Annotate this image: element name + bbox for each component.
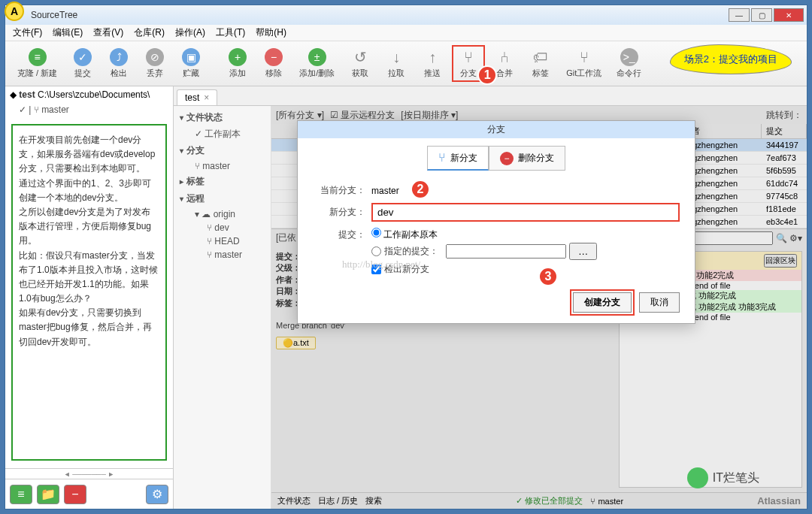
wechat-credit: IT烂笔头 — [687, 467, 759, 488]
sidebar-remote-master[interactable]: ⑂ master — [174, 248, 271, 262]
close-button[interactable]: ✕ — [774, 8, 804, 22]
cli-icon: >_ — [620, 48, 638, 66]
clone-button[interactable]: ≡克隆 / 新建 — [11, 47, 63, 80]
gitflow-icon: ⑂ — [575, 48, 593, 66]
remove-button[interactable]: −移除 — [257, 47, 290, 80]
delete-icon: − — [500, 152, 514, 165]
step-1-badge: 1 — [477, 65, 497, 85]
instructions-text: 在开发项目前先创建一个dev分支，如果服务器端有dev或develop分支，只需… — [19, 135, 158, 347]
close-tab-icon[interactable]: × — [204, 92, 209, 103]
stash-button[interactable]: ▣贮藏 — [174, 47, 208, 80]
add-repo-button[interactable]: ≡ — [10, 485, 32, 504]
repo-actions: ≡ 📁 − ⚙ — [5, 479, 173, 509]
menubar: 文件(F) 编辑(E) 查看(V) 仓库(R) 操作(A) 工具(T) 帮助(H… — [5, 25, 807, 41]
commit-button[interactable]: ✓提交 — [66, 47, 99, 80]
clone-icon: ≡ — [29, 48, 47, 66]
new-branch-input[interactable] — [371, 203, 680, 222]
sidebar-filestatus[interactable]: 文件状态 — [174, 109, 271, 126]
commit-label: 提交： — [313, 228, 365, 241]
remove-repo-button[interactable]: − — [64, 485, 86, 504]
menu-edit[interactable]: 编辑(E) — [53, 26, 83, 39]
commit-icon: ✓ — [74, 48, 92, 66]
add-button[interactable]: +添加 — [221, 47, 254, 80]
menu-repo[interactable]: 仓库(R) — [134, 26, 165, 39]
tabbar: test× — [174, 86, 807, 106]
sidebar-master[interactable]: ⑂ master — [174, 159, 271, 173]
specified-commit-input[interactable] — [446, 244, 566, 259]
addremove-icon: ± — [308, 48, 326, 66]
titlebar: SourceTree — ▢ ✕ — [5, 5, 807, 25]
gitflow-button[interactable]: ⑂Git工作流 — [560, 47, 607, 80]
sidebar-branches[interactable]: 分支 — [174, 142, 271, 159]
radio-workingcopy[interactable] — [371, 228, 381, 237]
sidebar-origin[interactable]: ▾ ☁ origin — [174, 207, 271, 221]
browse-commit-button[interactable]: … — [569, 243, 597, 260]
discard-button[interactable]: ⊘丢弃 — [138, 47, 171, 80]
a-badge: A — [5, 2, 24, 21]
branch-icon: ⑂ — [459, 48, 477, 66]
wechat-icon — [687, 467, 708, 488]
sidebar: 文件状态 ✓ 工作副本 分支 ⑂ master 标签 远程 ▾ ☁ origin… — [174, 106, 271, 509]
branch-icon: ⑂ — [438, 151, 446, 165]
sidebar-tags[interactable]: 标签 — [174, 173, 271, 190]
new-branch-label: 新分支： — [313, 206, 365, 219]
repo-branch[interactable]: ✓ | ⑂ master — [5, 103, 173, 116]
checkout-icon: ⤴ — [110, 48, 128, 66]
watermark: http://blog.csdn.net/ — [342, 259, 420, 271]
cancel-button[interactable]: 取消 — [639, 292, 680, 313]
menu-tools[interactable]: 工具(T) — [216, 26, 245, 39]
repo-panel: ◆ test C:\Users\zcube\Documents\ ✓ | ⑂ m… — [5, 86, 174, 509]
cli-button[interactable]: >_命令行 — [611, 47, 647, 80]
sidebar-head[interactable]: ⑂ HEAD — [174, 234, 271, 248]
radio-specified[interactable] — [371, 246, 381, 256]
menu-file[interactable]: 文件(F) — [13, 26, 42, 39]
stash-icon: ▣ — [182, 48, 200, 66]
current-branch-value: master — [371, 186, 399, 196]
addremove-button[interactable]: ±添加/删除 — [293, 47, 341, 80]
pull-icon: ↓ — [387, 48, 405, 66]
tab-delete-branch[interactable]: −删除分支 — [489, 146, 565, 171]
tag-icon: 🏷 — [532, 48, 550, 66]
branch-dialog: 分支 ⑂新分支 −删除分支 当前分支： master 2 新分支： 提交： 工作… — [297, 120, 695, 324]
minimize-button[interactable]: — — [729, 8, 750, 22]
create-branch-button[interactable]: 创建分支 — [573, 292, 632, 313]
branch-button[interactable]: ⑂分支 1 — [452, 45, 485, 82]
step-2-badge: 2 — [411, 180, 430, 199]
checkout-button[interactable]: ⤴检出 — [102, 47, 135, 80]
sidebar-dev[interactable]: ⑂ dev — [174, 221, 271, 234]
maximize-button[interactable]: ▢ — [751, 8, 772, 22]
push-icon: ↑ — [423, 48, 441, 66]
discard-icon: ⊘ — [146, 48, 164, 66]
fetch-button[interactable]: ↺获取 — [344, 47, 377, 80]
scrollbar[interactable]: ◄ ─────── ► — [5, 468, 173, 479]
remove-icon: − — [265, 48, 283, 66]
add-folder-button[interactable]: 📁 — [37, 485, 59, 504]
menu-view[interactable]: 查看(V) — [93, 26, 123, 39]
add-icon: + — [229, 48, 247, 66]
current-branch-label: 当前分支： — [313, 184, 365, 197]
repo-path[interactable]: ◆ test C:\Users\zcube\Documents\ — [5, 86, 173, 103]
menu-help[interactable]: 帮助(H) — [256, 26, 286, 39]
fetch-icon: ↺ — [351, 48, 369, 66]
tag-button[interactable]: 🏷标签 — [524, 47, 557, 80]
merge-icon: ⑃ — [495, 48, 514, 66]
menu-action[interactable]: 操作(A) — [175, 26, 205, 39]
settings-button[interactable]: ⚙ — [146, 485, 168, 504]
repo-tab[interactable]: test× — [177, 89, 217, 105]
step-3-badge: 3 — [538, 267, 558, 286]
sidebar-remotes[interactable]: 远程 — [174, 190, 271, 207]
sidebar-workingcopy[interactable]: ✓ 工作副本 — [174, 126, 271, 142]
instructions-box: 在开发项目前先创建一个dev分支，如果服务器端有dev或develop分支，只需… — [11, 124, 167, 461]
tab-new-branch[interactable]: ⑂新分支 — [427, 146, 489, 171]
window-title: SourceTree — [31, 10, 77, 20]
push-button[interactable]: ↑推送 — [416, 47, 449, 80]
dialog-title: 分支 — [298, 121, 695, 138]
pull-button[interactable]: ↓拉取 — [380, 47, 413, 80]
